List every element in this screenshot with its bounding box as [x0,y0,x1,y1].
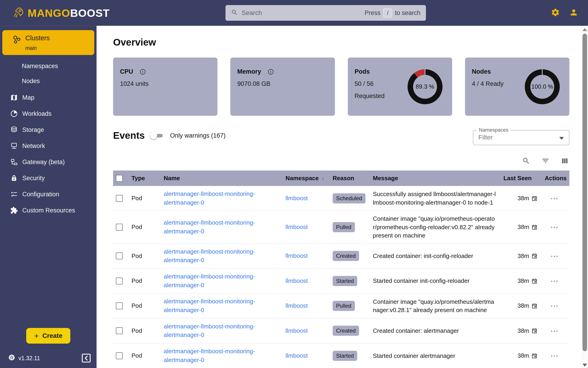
security-lock-icon [10,174,18,182]
search-input[interactable] [242,9,365,17]
sidebar-item-configuration[interactable]: Configuration [0,186,97,202]
row-actions-button[interactable]: ••• [551,303,559,309]
select-all-checkbox[interactable] [116,175,123,182]
row-checkbox[interactable] [116,327,123,334]
row-actions-button[interactable]: ••• [551,278,559,284]
row-checkbox[interactable] [116,303,123,309]
column-header-last-seen[interactable]: Last Seen↑↓ [499,171,540,186]
create-button[interactable]: + Create [26,328,70,344]
sidebar-item-security[interactable]: Security [0,170,97,186]
info-icon[interactable]: i [268,69,273,74]
column-header-type[interactable]: Type↑↓ [129,171,161,186]
table-row: Pod alertmanager-llmboost-monitoring-ale… [113,268,569,293]
column-header-namespace[interactable]: Namespace↓ [283,171,330,186]
row-actions-button[interactable]: ••• [551,224,559,230]
table-search-button[interactable] [522,156,531,166]
sidebar-item-custom-resources[interactable]: Custom Resources [0,202,97,218]
sidebar-item-gateway[interactable]: Gateway (beta) [0,154,97,170]
sidebar-item-namespaces[interactable]: Namespaces [0,59,97,74]
puzzle-icon [10,206,18,214]
row-actions-button[interactable]: ••• [551,253,559,259]
event-type: Pod [129,186,161,211]
user-account-button[interactable] [569,8,579,18]
table-filter-button[interactable] [541,156,550,166]
settings-button[interactable] [550,8,561,18]
sidebar-item-label: Storage [22,126,44,133]
event-name-link[interactable]: alertmanager-llmboost-monitoring-alertma… [164,248,255,264]
row-actions-button[interactable]: ••• [551,353,559,359]
table-columns-button[interactable] [560,156,569,166]
pods-card: Pods 50 / 56 Requested 89.3 % [348,57,452,116]
map-icon [10,93,18,102]
calendar-icon [531,253,537,259]
event-name-link[interactable]: alertmanager-llmboost-monitoring-alertma… [164,348,255,363]
global-search-bar[interactable]: Press / to search [226,5,426,21]
event-message: Started container init-config-reloader [370,268,499,293]
row-checkbox[interactable] [116,277,123,285]
sidebar-item-nodes[interactable]: Nodes [0,74,97,89]
main-content: Overview CPU i 1024 units Memory i 9070.… [97,26,588,368]
last-seen-value: 38m [518,195,529,202]
event-namespace-link[interactable]: llmboost [286,302,308,309]
only-warnings-toggle[interactable] [150,131,164,140]
column-header-actions: Actions [540,171,569,186]
configuration-checklist-icon [10,190,18,198]
clusters-icon [12,34,22,51]
sidebar-item-clusters[interactable]: Clusters main [2,30,94,55]
sidebar-item-network[interactable]: Network [0,138,97,154]
event-namespace-link[interactable]: llmboost [286,223,308,230]
gear-icon [551,8,560,18]
event-name-link[interactable]: alertmanager-llmboost-monitoring-alertma… [164,298,255,313]
last-seen-value: 38m [518,252,529,260]
event-message: Started container alertmanager [370,343,499,368]
row-checkbox[interactable] [116,352,123,359]
event-namespace-link[interactable]: llmboost [286,327,308,334]
row-checkbox[interactable] [116,195,123,202]
event-message: Container image "quay.io/prometheus-oper… [370,211,499,243]
table-row: Pod alertmanager-llmboost-monitoring-ale… [113,243,569,268]
event-namespace-link[interactable]: llmboost [286,352,308,359]
column-header-reason[interactable]: Reason↑↓ [330,171,370,186]
event-name-link[interactable]: alertmanager-llmboost-monitoring-alertma… [164,273,255,289]
filter-icon [541,157,550,165]
card-title: Nodes [472,68,491,75]
page-title: Overview [113,37,569,48]
row-actions-button[interactable]: ••• [551,328,559,334]
sidebar-item-label: Custom Resources [22,207,75,214]
sort-icon: ↑↓ [147,176,151,181]
event-message: Successfully assigned llmboost/alertmana… [370,186,499,211]
event-type: Pod [129,211,161,243]
scrollbar-thumb[interactable] [582,34,587,351]
event-namespace-link[interactable]: llmboost [286,195,308,202]
event-name-link[interactable]: alertmanager-llmboost-monitoring-alertma… [164,323,255,339]
namespaces-filter[interactable]: Namespaces Filter [473,130,569,145]
row-checkbox[interactable] [116,224,123,230]
sort-icon: ↑↓ [400,176,404,181]
sidebar-item-storage[interactable]: Storage [0,122,97,138]
info-icon[interactable]: i [140,69,146,74]
table-row: Pod alertmanager-llmboost-monitoring-ale… [113,186,569,211]
selected-cluster-name: main [25,45,50,51]
reason-badge: Created [333,326,359,336]
vertical-scrollbar[interactable] [582,26,588,368]
sidebar-item-map[interactable]: Map [0,90,97,106]
sidebar-item-workloads[interactable]: Workloads [0,106,97,122]
events-table-body: Pod alertmanager-llmboost-monitoring-ale… [113,186,569,368]
sidebar-collapse-button[interactable] [81,353,91,363]
scroll-up-arrow[interactable] [582,28,587,31]
scroll-down-arrow[interactable] [582,364,587,367]
column-header-name[interactable]: Name↑↓ [161,171,283,186]
row-checkbox[interactable] [116,252,123,259]
row-actions-button[interactable]: ••• [551,196,559,201]
column-header-message[interactable]: Message↑↓ [370,171,499,186]
last-seen-value: 38m [518,352,529,359]
pods-donut-chart: 89.3 % [408,69,442,104]
event-name-link[interactable]: alertmanager-llmboost-monitoring-alertma… [164,190,255,206]
event-namespace-link[interactable]: llmboost [286,277,308,284]
only-warnings-label: Only warnings (167) [170,132,226,139]
event-name-link[interactable]: alertmanager-llmboost-monitoring-alertma… [164,219,255,235]
nodes-donut-chart: 100.0 % [525,69,560,104]
event-namespace-link[interactable]: llmboost [286,252,308,259]
sort-icon: ↑↓ [182,176,186,181]
brand-logo[interactable]: MANGOBOOST [0,6,108,20]
